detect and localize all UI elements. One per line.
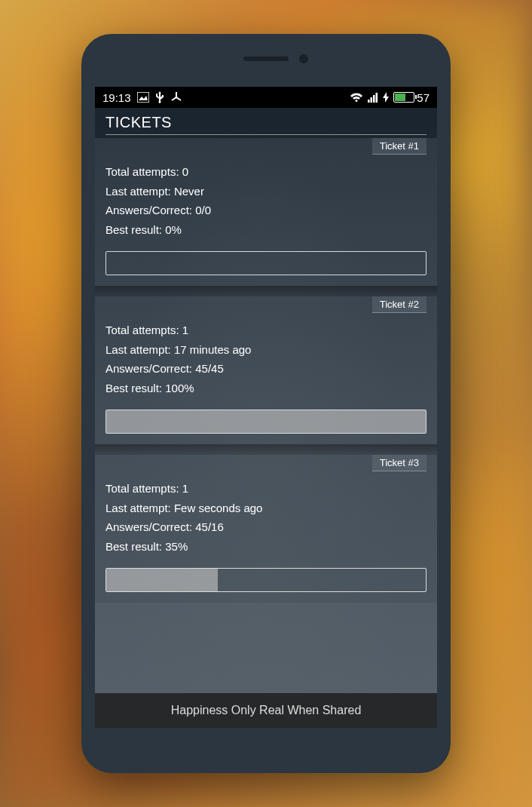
usb-icon (155, 91, 164, 103)
ticket-badge: Ticket #2 (372, 296, 427, 313)
svg-marker-7 (383, 92, 389, 103)
progress-bar (105, 568, 427, 592)
charging-icon (383, 92, 389, 103)
svg-rect-0 (137, 92, 149, 103)
image-icon (137, 92, 149, 103)
svg-rect-4 (371, 97, 373, 103)
status-bar: 19:13 (95, 87, 437, 108)
svg-rect-3 (368, 100, 370, 103)
battery-level: 57 (417, 91, 430, 104)
banner-text: Happiness Only Real When Shared (171, 704, 362, 716)
app-screen: 19:13 (95, 87, 437, 728)
svg-marker-1 (139, 96, 148, 100)
page-title: TICKETS (105, 114, 427, 135)
ticket-answers-correct: Answers/Correct: 45/16 (105, 517, 427, 537)
ticket-total-attempts: Total attempts: 1 (105, 479, 427, 499)
progress-bar (105, 251, 427, 275)
ticket-card[interactable]: Ticket #3 Total attempts: 1 Last attempt… (95, 455, 437, 603)
app-header: TICKETS (95, 108, 437, 138)
ticket-last-attempt: Last attempt: Never (105, 182, 427, 201)
ticket-last-attempt: Last attempt: Few seconds ago (105, 499, 427, 518)
ticket-best-result: Best result: 35% (105, 537, 427, 557)
divider (95, 286, 437, 296)
ticket-card[interactable]: Ticket #1 Total attempts: 0 Last attempt… (95, 138, 437, 286)
status-time: 19:13 (102, 91, 131, 104)
phone-frame: 19:13 (81, 34, 451, 773)
ticket-best-result: Best result: 100% (105, 379, 427, 398)
ticket-answers-correct: Answers/Correct: 45/45 (105, 359, 427, 379)
wifi-icon (350, 92, 363, 103)
ticket-badge: Ticket #3 (372, 455, 427, 471)
ticket-best-result: Best result: 0% (105, 220, 427, 240)
battery-indicator: 57 (393, 91, 430, 104)
ticket-total-attempts: Total attempts: 1 (105, 321, 427, 340)
bottom-banner[interactable]: Happiness Only Real When Shared (95, 693, 437, 728)
fan-icon (170, 91, 182, 103)
ticket-answers-correct: Answers/Correct: 0/0 (105, 201, 427, 220)
svg-rect-5 (373, 95, 375, 103)
phone-camera (299, 54, 308, 63)
progress-bar (105, 410, 427, 434)
divider (95, 444, 437, 455)
ticket-card[interactable]: Ticket #2 Total attempts: 1 Last attempt… (95, 296, 437, 444)
signal-icon (368, 92, 378, 103)
svg-rect-6 (376, 93, 378, 103)
ticket-badge: Ticket #1 (372, 138, 427, 155)
ticket-last-attempt: Last attempt: 17 minutes ago (105, 340, 427, 360)
tickets-list[interactable]: Ticket #1 Total attempts: 0 Last attempt… (95, 138, 437, 726)
ticket-total-attempts: Total attempts: 0 (105, 162, 427, 182)
progress-fill (106, 569, 218, 591)
progress-fill (106, 410, 426, 433)
phone-speaker (243, 57, 289, 61)
